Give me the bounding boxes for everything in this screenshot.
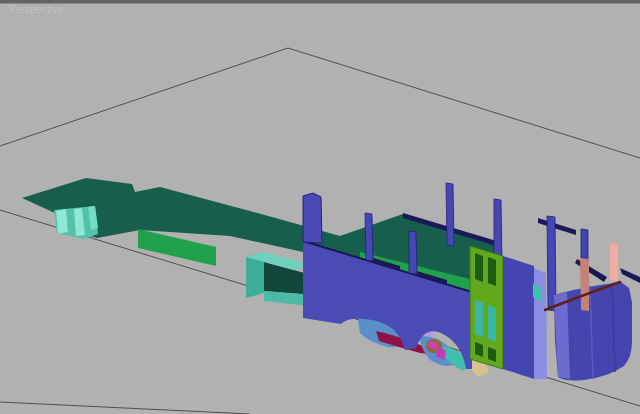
ladder-slot-3[interactable] [475,300,483,337]
stake-post-far-a[interactable] [446,183,454,246]
grid-line-1 [0,48,288,146]
salmon-post[interactable] [610,243,618,281]
green-side-face-left[interactable] [138,229,216,266]
bed-rear-wall[interactable] [303,193,322,243]
perspective-scene[interactable] [0,0,640,414]
stake-post-far-b[interactable] [494,199,502,262]
viewport-canvas[interactable]: Perspective [0,0,640,414]
front-bumper-rib-1[interactable] [56,209,68,234]
viewport-label[interactable]: Perspective [9,4,63,15]
grid-line-2 [288,48,640,158]
stake-post-2[interactable] [365,213,373,261]
rose-post[interactable] [580,258,589,311]
front-bulkhead[interactable] [503,256,534,379]
stake-post-far-c[interactable] [581,229,588,259]
far-rail-front[interactable] [538,218,576,235]
navy-edge-front-a[interactable] [575,259,607,282]
grid-line-4 [0,402,250,414]
ladder-slot-4[interactable] [488,305,496,342]
stake-post-3[interactable] [409,231,417,274]
ladder-frame[interactable] [470,246,503,369]
viewport-top-border [0,0,640,4]
ladder-slot-2[interactable] [488,257,496,286]
ladder-slot-1[interactable] [475,253,483,282]
navy-edge-front-b[interactable] [620,268,640,283]
